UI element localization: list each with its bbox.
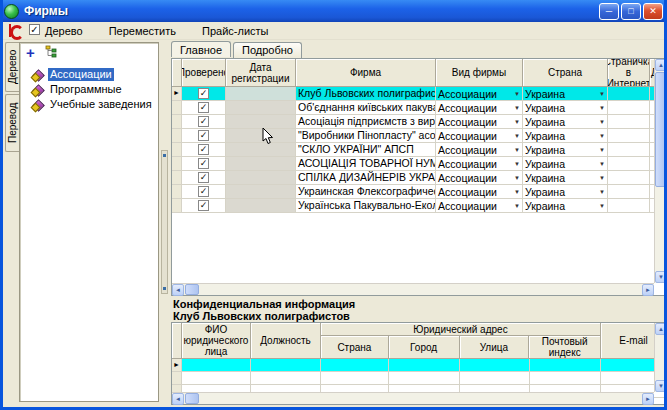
move-menu[interactable]: Переместить — [109, 25, 176, 37]
country-cell[interactable]: Украина▼ — [523, 171, 608, 184]
col-header-website[interactable]: Страничка в Интернет — [608, 59, 650, 87]
row-checkbox[interactable]: ✓ — [198, 158, 209, 169]
row-checkbox[interactable]: ✓ — [198, 200, 209, 211]
col-header-firm[interactable]: Фирма — [296, 59, 436, 87]
country-cell[interactable]: Украина▼ — [523, 185, 608, 198]
row-checkbox[interactable]: ✓ — [198, 130, 209, 141]
website-cell[interactable] — [608, 143, 650, 156]
regdate-cell[interactable] — [226, 199, 296, 212]
col-header-checked[interactable]: Проверено — [182, 59, 226, 87]
scrollbar-thumb[interactable] — [185, 284, 199, 295]
regdate-cell[interactable] — [226, 157, 296, 170]
dropdown-icon[interactable]: ▼ — [599, 186, 607, 198]
country-cell[interactable]: Украина▼ — [523, 101, 608, 114]
horizontal-scrollbar[interactable]: ◄ ► — [172, 392, 654, 404]
regdate-cell[interactable] — [226, 171, 296, 184]
country-cell[interactable]: Украина▼ — [523, 115, 608, 128]
dropdown-icon[interactable]: ▼ — [599, 116, 607, 128]
col-header-firmtype[interactable]: Вид фирмы — [436, 59, 523, 87]
scroll-left-button[interactable]: ◄ — [172, 393, 184, 405]
dropdown-icon[interactable]: ▼ — [514, 130, 522, 142]
dropdown-icon[interactable]: ▼ — [514, 88, 522, 100]
tree-structure-icon[interactable] — [45, 44, 59, 62]
dropdown-icon[interactable]: ▼ — [599, 102, 607, 114]
row-checkbox[interactable]: ✓ — [198, 172, 209, 183]
tab-main[interactable]: Главное — [171, 41, 231, 57]
firm-cell[interactable]: СПІЛКА ДИЗАЙНЕРІВ УКРАЇНИ — [296, 171, 436, 184]
dropdown-icon[interactable]: ▼ — [514, 144, 522, 156]
firmtype-cell[interactable]: Ассоциации▼ — [436, 185, 523, 198]
website-cell[interactable] — [608, 87, 650, 100]
table-row[interactable]: ✓ Украинская Флексографическая Техни Асс… — [172, 185, 666, 199]
dropdown-icon[interactable]: ▼ — [599, 172, 607, 184]
website-cell[interactable] — [608, 185, 650, 198]
dropdown-icon[interactable]: ▼ — [599, 200, 607, 212]
scroll-left-button[interactable]: ◄ — [172, 284, 184, 296]
dropdown-icon[interactable]: ▼ — [514, 102, 522, 114]
firmtype-cell[interactable]: Ассоциации▼ — [436, 171, 523, 184]
firm-cell[interactable]: Украинская Флексографическая Техни — [296, 185, 436, 198]
dropdown-icon[interactable]: ▼ — [514, 116, 522, 128]
firmtype-cell[interactable]: Ассоциации▼ — [436, 129, 523, 142]
website-cell[interactable] — [608, 157, 650, 170]
table-row[interactable]: ✓ "Виробники Пінопласту" асоціація Ассоц… — [172, 129, 666, 143]
scrollbar-thumb[interactable] — [655, 72, 666, 187]
country-cell[interactable]: Украина▼ — [523, 157, 608, 170]
row-checkbox[interactable]: ✓ — [198, 116, 209, 127]
tree-item-schools[interactable]: Учебные заведения — [20, 97, 158, 112]
regdate-cell[interactable] — [226, 185, 296, 198]
regdate-cell[interactable] — [226, 129, 296, 142]
side-tab-translate[interactable]: Перевод — [5, 94, 19, 152]
col-header-country[interactable]: Страна — [321, 336, 389, 359]
website-cell[interactable] — [608, 101, 650, 114]
firmtype-cell[interactable]: Ассоциации▼ — [436, 101, 523, 114]
scroll-up-button[interactable]: ▲ — [655, 59, 667, 71]
firm-cell[interactable]: Клуб Львовских полиграфистов — [296, 87, 436, 100]
dropdown-icon[interactable]: ▼ — [514, 172, 522, 184]
firm-cell[interactable]: "СКЛО УКРАЇНИ" АПСП — [296, 143, 436, 156]
row-checkbox[interactable]: ✓ — [198, 88, 209, 99]
firm-cell[interactable]: "Виробники Пінопласту" асоціація — [296, 129, 436, 142]
website-cell[interactable] — [608, 115, 650, 128]
firmtype-cell[interactable]: Ассоциации▼ — [436, 87, 523, 100]
website-cell[interactable] — [608, 171, 650, 184]
table-row[interactable]: ✓ АСОЦІАЦІЯ ТОВАРНОЇ НУМЕРАЦІЇ УКР. Ассо… — [172, 157, 666, 171]
regdate-cell[interactable] — [226, 87, 296, 100]
side-tab-tree[interactable]: Дерево — [5, 42, 19, 92]
website-cell[interactable] — [608, 199, 650, 212]
regdate-cell[interactable] — [226, 101, 296, 114]
pricelists-menu[interactable]: Прайс-листы — [202, 25, 268, 37]
country-cell[interactable]: Украина▼ — [523, 87, 608, 100]
scroll-right-button[interactable]: ► — [642, 284, 654, 296]
dropdown-icon[interactable]: ▼ — [599, 158, 607, 170]
tab-details[interactable]: Подробно — [233, 42, 302, 58]
country-cell[interactable]: Украина▼ — [523, 129, 608, 142]
row-checkbox[interactable]: ✓ — [198, 186, 209, 197]
country-cell[interactable]: Украина▼ — [523, 199, 608, 212]
row-checkbox[interactable]: ✓ — [198, 144, 209, 155]
table-row[interactable]: ✓ Українська Пакувально-Екологічна Као А… — [172, 199, 666, 213]
col-header-regdate[interactable]: Дата регистрации — [226, 59, 296, 87]
maximize-button[interactable]: □ — [621, 3, 641, 20]
tree-item-associations[interactable]: Ассоциации — [20, 67, 158, 82]
col-header-street[interactable]: Улица — [460, 336, 530, 359]
scroll-up-button[interactable]: ▲ — [655, 323, 667, 335]
firm-cell[interactable]: АСОЦІАЦІЯ ТОВАРНОЇ НУМЕРАЦІЇ УКР. — [296, 157, 436, 170]
scroll-right-button[interactable]: ► — [642, 393, 654, 405]
contact-row[interactable]: ► — [172, 359, 666, 372]
col-header-postal[interactable]: Почтовый индекс — [529, 336, 600, 359]
dropdown-icon[interactable]: ▼ — [599, 130, 607, 142]
firm-cell[interactable]: Асоціація підприємств з виробництва — [296, 115, 436, 128]
dropdown-icon[interactable]: ▼ — [514, 186, 522, 198]
horizontal-scrollbar[interactable]: ◄ ► — [172, 283, 654, 295]
table-row[interactable]: ✓ СПІЛКА ДИЗАЙНЕРІВ УКРАЇНИ Ассоциации▼ … — [172, 171, 666, 185]
website-cell[interactable] — [608, 129, 650, 142]
row-checkbox[interactable]: ✓ — [198, 102, 209, 113]
col-header-fio[interactable]: ФИО юридического лица — [182, 323, 251, 359]
table-row[interactable]: ► ✓ Клуб Львовских полиграфистов Ассоциа… — [172, 87, 666, 101]
contact-row[interactable] — [172, 372, 666, 385]
tree-checkbox[interactable]: ✓ — [29, 24, 40, 35]
col-header-country[interactable]: Страна — [523, 59, 608, 87]
vertical-scrollbar[interactable]: ▲ ▼ — [654, 323, 666, 392]
firm-cell[interactable]: Українська Пакувально-Екологічна Као — [296, 199, 436, 212]
